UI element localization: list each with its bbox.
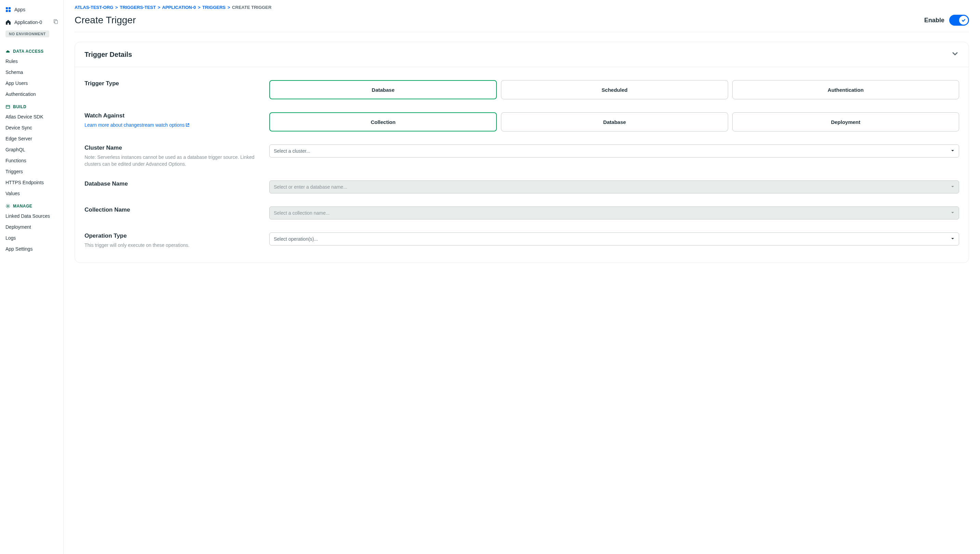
label-database-name: Database Name (84, 180, 259, 187)
home-icon (5, 19, 11, 25)
sidebar-item-values[interactable]: Values (0, 188, 63, 199)
caret-down-icon (951, 236, 955, 242)
sidebar-item-schema[interactable]: Schema (0, 67, 63, 78)
option-trigger-type-scheduled[interactable]: Scheduled (501, 80, 728, 99)
caret-down-icon (951, 148, 955, 154)
note-operation-type: This trigger will only execute on these … (84, 242, 259, 249)
sidebar-item-edge-server[interactable]: Edge Server (0, 133, 63, 144)
trigger-details-title: Trigger Details (84, 51, 132, 59)
row-database-name: Database Name Select or enter a database… (75, 171, 969, 197)
sidebar-item-https-endpoints[interactable]: HTTPS Endpoints (0, 177, 63, 188)
section-build: BUILD (0, 100, 63, 111)
check-icon (961, 18, 966, 22)
note-cluster-name: Note: Serverless instances cannot be use… (84, 154, 259, 168)
trigger-details-card: Trigger Details Trigger Type Database Sc… (75, 42, 969, 263)
sidebar-item-graphql[interactable]: GraphQL (0, 144, 63, 155)
breadcrumb-org[interactable]: ATLAS-TEST-ORG (75, 5, 113, 10)
row-trigger-type: Trigger Type Database Scheduled Authenti… (75, 70, 969, 103)
row-cluster-name: Cluster Name Note: Serverless instances … (75, 135, 969, 171)
sidebar-item-app-users[interactable]: App Users (0, 78, 63, 89)
breadcrumb-app[interactable]: APPLICATION-0 (162, 5, 196, 10)
row-operation-type: Operation Type This trigger will only ex… (75, 223, 969, 252)
svg-rect-6 (6, 105, 10, 109)
label-collection-name: Collection Name (84, 206, 259, 213)
page-title: Create Trigger (75, 15, 136, 26)
copy-icon[interactable] (53, 19, 58, 25)
trigger-details-header[interactable]: Trigger Details (75, 42, 969, 67)
page-header: Create Trigger Enable (75, 13, 969, 32)
label-watch-against: Watch Against (84, 112, 259, 119)
gear-icon (5, 204, 10, 209)
select-collection-placeholder: Select a collection name... (274, 210, 329, 216)
cloud-icon (5, 49, 10, 54)
sidebar-item-authentication[interactable]: Authentication (0, 89, 63, 100)
section-manage: MANAGE (0, 199, 63, 211)
select-collection-name: Select a collection name... (269, 206, 959, 219)
apps-icon (5, 7, 11, 12)
sidebar: Apps Application-0 NO ENVIRONMENT DATA A… (0, 0, 64, 554)
caret-down-icon (951, 184, 955, 190)
option-watch-deployment[interactable]: Deployment (732, 112, 959, 131)
apps-label: Apps (14, 7, 25, 12)
svg-rect-1 (8, 7, 11, 9)
env-badge: NO ENVIRONMENT (5, 30, 49, 37)
chevron-down-icon (951, 49, 959, 59)
breadcrumb-triggers[interactable]: TRIGGERS (202, 5, 226, 10)
svg-point-8 (7, 206, 8, 207)
row-watch-against: Watch Against Learn more about changestr… (75, 103, 969, 135)
label-cluster-name: Cluster Name (84, 144, 259, 151)
breadcrumb: ATLAS-TEST-ORG > TRIGGERS-TEST > APPLICA… (75, 0, 969, 13)
breadcrumb-current: CREATE TRIGGER (232, 5, 271, 10)
app-name-label: Application-0 (14, 19, 42, 25)
sidebar-item-logs[interactable]: Logs (0, 233, 63, 243)
select-cluster-placeholder: Select a cluster... (274, 148, 310, 154)
select-operation-placeholder: Select operation(s)... (274, 236, 318, 242)
select-cluster-name[interactable]: Select a cluster... (269, 144, 959, 158)
option-watch-database[interactable]: Database (501, 112, 728, 131)
svg-rect-3 (8, 10, 11, 12)
option-watch-collection[interactable]: Collection (269, 112, 497, 131)
toggle-thumb (959, 16, 968, 25)
sidebar-item-functions[interactable]: Functions (0, 155, 63, 166)
select-database-name: Select or enter a database name... (269, 180, 959, 193)
label-trigger-type: Trigger Type (84, 80, 259, 87)
breadcrumb-project[interactable]: TRIGGERS-TEST (120, 5, 156, 10)
row-collection-name: Collection Name Select a collection name… (75, 197, 969, 223)
link-changestream-options[interactable]: Learn more about changestream watch opti… (84, 122, 189, 128)
sidebar-item-linked-data[interactable]: Linked Data Sources (0, 211, 63, 222)
sidebar-item-atlas-sdk[interactable]: Atlas Device SDK (0, 111, 63, 122)
sidebar-item-apps[interactable]: Apps (0, 3, 63, 16)
sidebar-item-device-sync[interactable]: Device Sync (0, 122, 63, 133)
external-link-icon (185, 122, 189, 129)
build-icon (5, 104, 10, 109)
sidebar-item-rules[interactable]: Rules (0, 56, 63, 67)
caret-down-icon (951, 210, 955, 216)
enable-group: Enable (924, 15, 969, 26)
option-trigger-type-database[interactable]: Database (269, 80, 497, 99)
sidebar-item-app-settings[interactable]: App Settings (0, 243, 63, 254)
select-database-placeholder: Select or enter a database name... (274, 184, 347, 190)
sidebar-item-app-name[interactable]: Application-0 (0, 16, 63, 29)
select-operation-type[interactable]: Select operation(s)... (269, 233, 959, 246)
section-data-access: DATA ACCESS (0, 44, 63, 56)
option-trigger-type-authentication[interactable]: Authentication (732, 80, 959, 99)
label-operation-type: Operation Type (84, 233, 259, 239)
svg-rect-5 (55, 21, 57, 24)
enable-label: Enable (924, 17, 944, 24)
sidebar-item-deployment[interactable]: Deployment (0, 222, 63, 233)
enable-toggle[interactable] (949, 15, 969, 26)
main-content: ATLAS-TEST-ORG > TRIGGERS-TEST > APPLICA… (64, 0, 980, 554)
svg-rect-0 (6, 7, 8, 9)
sidebar-item-triggers[interactable]: Triggers (0, 166, 63, 177)
svg-rect-2 (6, 10, 8, 12)
